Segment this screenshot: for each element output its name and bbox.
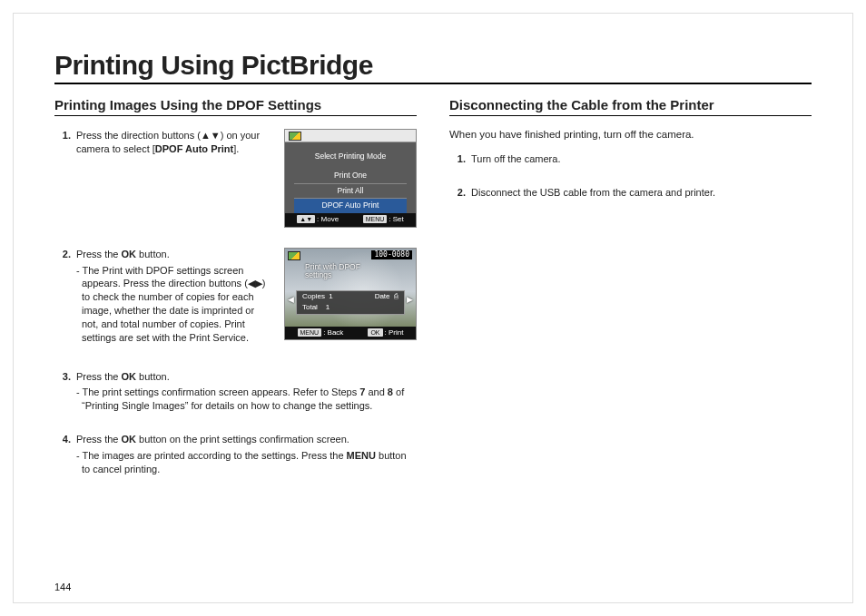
lcd-hintbar: MENU: Back OK: Print xyxy=(285,327,416,340)
bold-run: OK xyxy=(122,249,137,259)
lcd-titlebar xyxy=(285,130,416,142)
step-item: 2. Press the OK button. The Print with D… xyxy=(54,248,417,345)
pictbridge-icon xyxy=(288,251,300,260)
value: 1 xyxy=(329,292,332,300)
step-item: 1. Press the direction buttons (▲▼) on y… xyxy=(54,129,417,228)
lcd-option-selected: DPOF Auto Print xyxy=(294,199,407,212)
lcd-overlay-label: Print with DPOF settings xyxy=(305,263,360,281)
step-text: Press the OK button. xyxy=(76,370,417,384)
ok-tag-icon: OK xyxy=(368,328,382,337)
bold-run: OK xyxy=(122,371,137,382)
step-text: Press the OK button on the print setting… xyxy=(76,433,417,446)
text-run: Press the xyxy=(76,249,122,259)
step-number: 1. xyxy=(54,129,71,228)
bold-run: DPOF Auto Print xyxy=(155,143,233,154)
lcd-screenshot-dpof: 100-0080 Print with DPOF settings ◀ ▶ Co… xyxy=(284,248,417,341)
text-run: Press the xyxy=(76,371,122,382)
step-item: 1. Turn off the camera. xyxy=(449,152,812,166)
text-run: button. xyxy=(136,249,170,259)
step-item: 4. Press the OK button on the print sett… xyxy=(54,433,417,476)
hint-text: : Back xyxy=(323,328,343,337)
bold-run: OK xyxy=(122,434,137,445)
left-column: Printing Images Using the DPOF Settings … xyxy=(54,97,417,496)
menu-tag-icon: MENU xyxy=(363,215,388,223)
hint-text: : Move xyxy=(317,215,339,223)
step-text: Press the direction buttons (▲▼) on your… xyxy=(76,129,271,156)
text-run: The print settings confirmation screen a… xyxy=(83,386,360,397)
step-item: 3. Press the OK button. The print settin… xyxy=(54,370,417,414)
step-text: Disconnect the USB cable from the camera… xyxy=(471,186,812,200)
step-number: 1. xyxy=(449,152,466,166)
pictbridge-icon xyxy=(289,132,301,141)
step-text: Press the OK button. The Print with DPOF… xyxy=(76,248,271,345)
image-counter: 100-0080 xyxy=(371,250,412,260)
right-column: Disconnecting the Cable from the Printer… xyxy=(449,97,812,496)
text-run: The images are printed according to the … xyxy=(83,450,347,461)
step-number: 2. xyxy=(449,186,466,200)
hint-text: : Set xyxy=(389,215,403,223)
left-steps: 1. Press the direction buttons (▲▼) on y… xyxy=(54,129,417,476)
label: Total xyxy=(302,303,318,311)
value: 1 xyxy=(326,303,330,311)
step-number: 3. xyxy=(54,370,71,414)
step-number: 2. xyxy=(54,248,71,345)
text-run: Press the xyxy=(76,434,122,445)
lcd-body: 100-0080 Print with DPOF settings ◀ ▶ Co… xyxy=(285,249,416,327)
text-run: settings xyxy=(305,270,331,279)
intro-text: When you have finished printing, turn of… xyxy=(449,129,812,140)
step-sub: The images are printed according to the … xyxy=(76,449,417,476)
bold-run: MENU xyxy=(347,450,376,461)
dpof-info-box: Copies 1 Date ⎙ Total 1 xyxy=(296,290,405,316)
label: Copies xyxy=(302,292,325,300)
left-heading: Printing Images Using the DPOF Settings xyxy=(54,97,417,116)
lcd-body: Select Printing Mode Print One Print All… xyxy=(285,142,416,227)
page-title: Printing Using PictBridge xyxy=(54,50,812,84)
right-steps: 1. Turn off the camera. 2. Disconnect th… xyxy=(449,152,812,200)
two-column-layout: Printing Images Using the DPOF Settings … xyxy=(54,97,812,496)
hint-text: : Print xyxy=(385,328,404,337)
step-number: 4. xyxy=(54,433,71,476)
lcd-option: Print One xyxy=(294,169,407,183)
label: Date xyxy=(375,292,390,300)
lcd-option: Print All xyxy=(294,184,407,199)
step-sub: The print settings confirmation screen a… xyxy=(76,386,417,413)
lcd-hintbar: ▲▼: Move MENU: Set xyxy=(285,213,416,227)
step-sub: The Print with DPOF settings screen appe… xyxy=(76,264,271,345)
step-text: Turn off the camera. xyxy=(471,152,812,166)
text-run: and xyxy=(365,386,387,397)
text-run: button. xyxy=(136,371,170,382)
text-run: ]. xyxy=(233,143,239,154)
updown-icon: ▲▼ xyxy=(297,215,315,223)
step-item: 2. Disconnect the USB cable from the cam… xyxy=(449,186,812,200)
page-number: 144 xyxy=(54,582,71,592)
lcd-heading: Select Printing Mode xyxy=(285,148,416,169)
text-run: button on the print settings confirmatio… xyxy=(136,434,349,445)
left-arrow-icon: ◀ xyxy=(288,294,294,305)
lcd-screenshot-select-mode: Select Printing Mode Print One Print All… xyxy=(284,129,417,228)
right-arrow-icon: ▶ xyxy=(407,294,413,305)
value: ⎙ xyxy=(394,292,399,300)
right-heading: Disconnecting the Cable from the Printer xyxy=(449,97,812,116)
menu-tag-icon: MENU xyxy=(298,328,322,337)
